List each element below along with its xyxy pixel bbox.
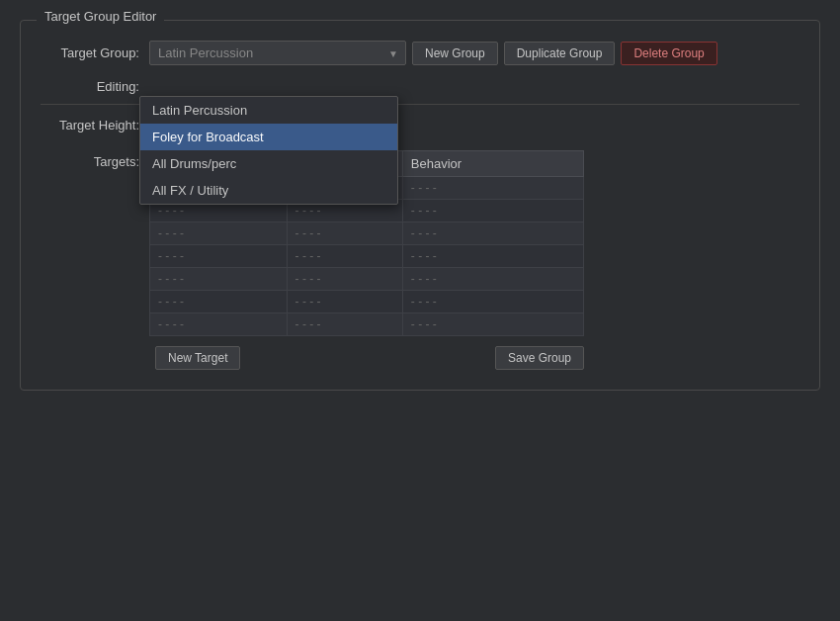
dropdown-item-foley[interactable]: Foley for Broadcast bbox=[140, 124, 397, 150]
table-row: - - - -- - - -- - - - bbox=[150, 222, 584, 245]
table-cell: - - - - bbox=[402, 313, 583, 336]
table-cell: - - - - bbox=[150, 268, 288, 291]
table-cell: - - - - bbox=[150, 245, 288, 268]
table-cell: - - - - bbox=[402, 245, 583, 268]
editing-row: Editing: bbox=[41, 79, 799, 94]
target-group-select[interactable]: Select a Target Group... Latin Percussio… bbox=[149, 41, 406, 65]
table-row: - - - -- - - -- - - - bbox=[150, 313, 584, 336]
new-group-button[interactable]: New Group bbox=[412, 42, 498, 65]
target-group-label: Target Group: bbox=[41, 45, 149, 60]
target-group-dropdown: Latin Percussion Foley for Broadcast All… bbox=[139, 96, 398, 205]
table-cell: - - - - bbox=[402, 268, 583, 291]
duplicate-group-button[interactable]: Duplicate Group bbox=[504, 42, 616, 65]
target-group-select-wrapper: Select a Target Group... Latin Percussio… bbox=[149, 41, 406, 65]
target-height-label: Target Height: bbox=[41, 118, 149, 133]
target-group-editor-panel: Target Group Editor Target Group: Select… bbox=[20, 20, 820, 391]
delete-group-button[interactable]: Delete Group bbox=[621, 42, 716, 65]
table-row: - - - -- - - -- - - - bbox=[150, 268, 584, 291]
dropdown-item-fx[interactable]: All FX / Utility bbox=[140, 177, 397, 204]
dropdown-item-drums[interactable]: All Drums/perc bbox=[140, 150, 397, 177]
table-cell: - - - - bbox=[402, 200, 583, 222]
new-target-button[interactable]: New Target bbox=[155, 346, 240, 370]
table-cell: - - - - bbox=[287, 222, 402, 245]
editing-label: Editing: bbox=[41, 79, 149, 94]
table-row: - - - -- - - -- - - - bbox=[150, 291, 584, 313]
table-cell: - - - - bbox=[402, 291, 583, 313]
targets-label: Targets: bbox=[41, 150, 149, 169]
table-cell: - - - - bbox=[287, 268, 402, 291]
panel-title: Target Group Editor bbox=[37, 9, 164, 24]
table-cell: - - - - bbox=[150, 222, 288, 245]
col-header-behavior: Behavior bbox=[402, 151, 583, 177]
table-cell: - - - - bbox=[150, 291, 288, 313]
dropdown-item-latin[interactable]: Latin Percussion bbox=[140, 97, 397, 124]
target-group-row: Target Group: Select a Target Group... L… bbox=[41, 41, 799, 65]
table-cell: - - - - bbox=[287, 291, 402, 313]
table-cell: - - - - bbox=[402, 222, 583, 245]
table-row: - - - -- - - -- - - - bbox=[150, 245, 584, 268]
table-cell: - - - - bbox=[150, 313, 288, 336]
table-cell: - - - - bbox=[287, 245, 402, 268]
save-group-button[interactable]: Save Group bbox=[495, 346, 584, 370]
table-cell: - - - - bbox=[402, 177, 583, 200]
bottom-row: New Target Save Group bbox=[41, 346, 584, 370]
table-cell: - - - - bbox=[287, 313, 402, 336]
